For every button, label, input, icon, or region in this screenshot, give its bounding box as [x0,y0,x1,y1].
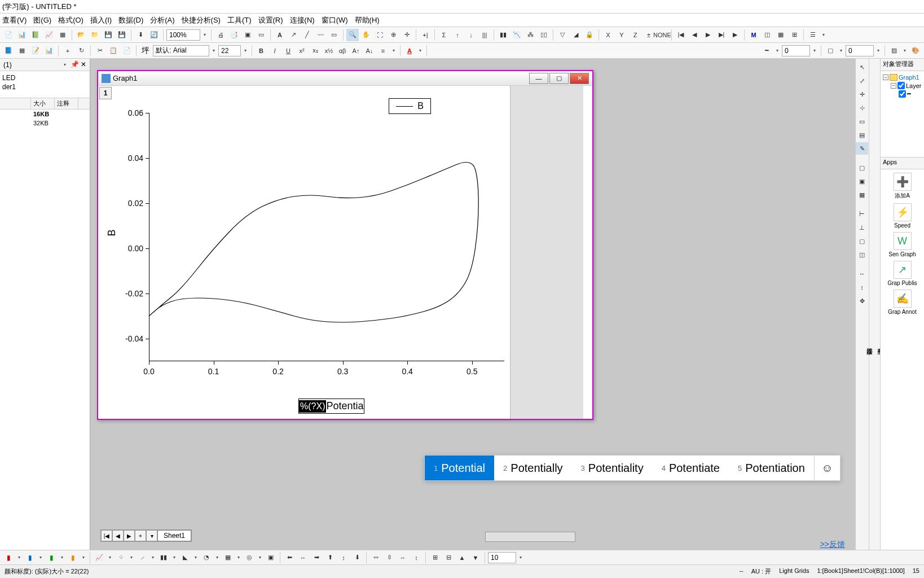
first-icon[interactable]: |◀ [675,29,687,41]
linestyle-dropdown-icon[interactable]: ▾ [774,45,781,56]
dropdown-icon[interactable]: ▾ [214,552,221,563]
app-item[interactable]: WSen Graph [888,232,916,257]
linesym-plot-icon[interactable]: ⟋ [136,551,148,564]
reader-tool-icon[interactable]: ✛ [856,88,868,100]
dropdown-icon[interactable]: ▾ [61,59,68,71]
recalc-icon[interactable]: ↻ [75,45,87,57]
axis-bottom-icon[interactable]: ⊥ [856,221,868,234]
app-item[interactable]: ✍Grap Annot [888,290,917,315]
menu-insert[interactable]: 插入(I) [90,15,112,25]
tree-collapse-icon[interactable]: − [883,75,888,80]
dropdown-icon[interactable]: ▾ [59,552,65,563]
save-template-icon[interactable]: 💾 [116,29,128,41]
ime-emoji-button[interactable]: ☺ [814,455,840,481]
zoom-x-icon[interactable]: ↔ [856,268,868,280]
text-tool-icon[interactable]: A [274,29,286,41]
region-tool-icon[interactable]: ▭ [856,115,868,128]
lock-icon[interactable]: 🔒 [583,29,596,41]
spacing-input[interactable] [488,552,516,563]
arrow-tool-icon[interactable]: ↗ [287,29,300,41]
menu-analysis[interactable]: 分析(A) [150,15,174,25]
data-cursor-icon[interactable]: ⊹ [856,102,868,114]
line-chart-icon[interactable]: 📉 [511,29,523,41]
mask-icon[interactable]: ◢ [570,29,582,41]
align-center-icon[interactable]: ↔ [297,551,309,564]
pin-icon[interactable]: 📌 [71,60,79,68]
distribute-v-icon[interactable]: ⇳ [383,551,395,564]
axis-frame-icon[interactable]: ◫ [856,248,868,261]
play-icon[interactable]: ▶ [729,29,741,41]
x-label-selection[interactable]: %(?X) [299,400,326,413]
ime-candidate[interactable]: 3Potentiality [572,456,653,480]
col-name[interactable] [0,98,31,109]
ime-candidate[interactable]: 5Potentiation [729,456,814,480]
dropdown-icon[interactable]: ▾ [80,552,87,563]
rescale-icon[interactable]: ⛶ [373,29,386,41]
last-icon[interactable]: ▶| [715,29,728,41]
filter-icon[interactable]: ▽ [556,29,569,41]
refresh-icon[interactable]: 🔄 [148,29,160,41]
cut-icon[interactable]: ✂ [94,45,106,57]
workbook-icon[interactable]: 📘 [2,45,15,57]
axis-box-icon[interactable]: ▢ [856,235,868,247]
menu-format[interactable]: 格式(O) [58,15,83,25]
y-label-icon[interactable]: Y [615,29,628,41]
tree-item[interactable]: der1 [2,82,87,91]
slide-icon[interactable]: ▭ [255,29,267,41]
copy-icon[interactable]: 📋 [107,45,120,57]
ime-candidate[interactable]: 1Potential [425,456,494,480]
font-name-input[interactable] [153,45,209,56]
zoom-xy-icon[interactable]: ✥ [856,295,868,307]
scatter-chart-icon[interactable]: ⁂ [524,29,536,41]
y-axis-label[interactable]: B [106,229,118,236]
layer-tab[interactable]: 1 [99,87,112,99]
plot-checkbox[interactable] [899,90,906,98]
none-icon[interactable]: NONE [656,29,668,41]
dropdown-icon[interactable]: ▾ [192,552,199,563]
layer-select-icon[interactable]: ◫ [761,29,773,41]
print-icon[interactable]: 🖨 [214,29,227,41]
italic-icon[interactable]: I [269,45,281,57]
zoom-input[interactable] [166,29,200,41]
paste-icon[interactable]: 📄 [121,45,133,57]
column-calc-icon[interactable]: ||| [478,29,491,41]
next-icon[interactable]: ▶ [702,29,714,41]
new-project-icon[interactable]: 📄 [2,29,15,41]
column-plot-icon[interactable]: ▮▮ [157,551,170,564]
import-icon[interactable]: ⬇ [134,29,147,41]
distribute-h-icon[interactable]: ⇿ [369,551,382,564]
axis-left-icon[interactable]: ⊢ [856,208,868,220]
underline-icon[interactable]: U [282,45,294,57]
same-height-icon[interactable]: ↕ [410,551,423,564]
dropdown-icon[interactable]: ▾ [517,552,524,563]
layout-grid-icon[interactable]: ▦ [856,189,868,201]
draw-tool-icon[interactable]: 〰 [314,29,327,41]
app-item[interactable]: ↗Grap Publis [887,261,917,286]
font-color-icon[interactable]: A [403,45,416,57]
menu-view[interactable]: 查看(V) [2,15,27,25]
tree-collapse-icon[interactable]: − [891,83,896,89]
menu-help[interactable]: 帮助(H) [355,15,380,25]
layer-arrange-icon[interactable]: ▦ [775,29,787,41]
align-left-icon[interactable]: ⬅ [283,551,296,564]
col-size[interactable]: 大小 [31,98,55,109]
list-row[interactable]: 32KB [0,119,90,128]
close-panel-icon[interactable]: ✕ [81,60,86,68]
new-layout-icon[interactable]: ▣ [241,29,254,41]
dropdown-icon[interactable]: ▾ [128,552,135,563]
line-plot-icon[interactable]: 📈 [93,551,105,564]
border-icon[interactable]: ▢ [824,45,837,57]
data-reader-icon[interactable]: ⊕ [387,29,399,41]
red-plot-icon[interactable]: ▮ [2,551,15,564]
dropdown-icon[interactable]: ▾ [149,552,156,563]
fill-color-icon[interactable]: ▨ [888,45,900,57]
plot-area[interactable]: -0.04-0.020.000.020.040.060.00.10.20.30.… [149,113,504,361]
z-label-icon[interactable]: Z [629,29,641,41]
contour-plot-icon[interactable]: ◎ [243,551,256,564]
align-right-icon[interactable]: ➡ [310,551,323,564]
supersub-icon[interactable]: x½ [323,45,335,57]
matrix-icon[interactable]: ▦ [16,45,28,57]
back-icon[interactable]: ▼ [469,551,482,564]
menu-graph[interactable]: 图(G) [33,15,51,25]
open-template-icon[interactable]: 📁 [89,29,101,41]
